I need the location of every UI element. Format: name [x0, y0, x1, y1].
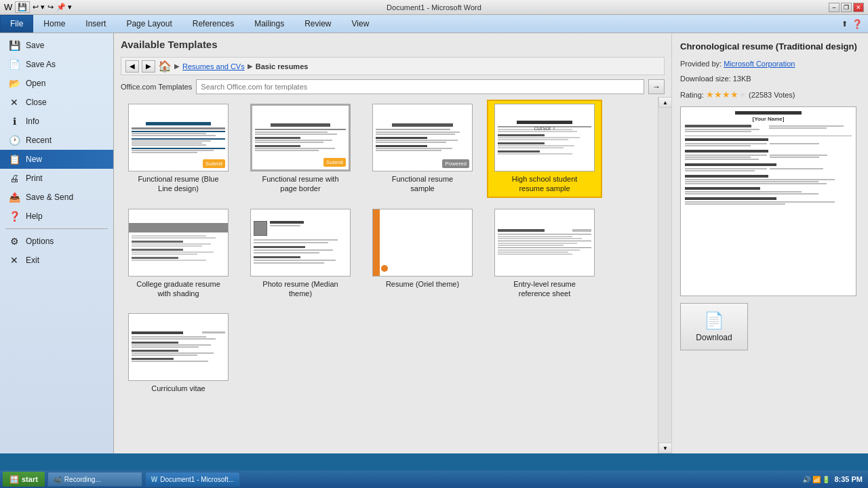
sidebar-item-print[interactable]: 🖨 Print: [0, 169, 113, 188]
tab-references[interactable]: References: [182, 15, 244, 33]
download-button[interactable]: 📄 Download: [680, 303, 748, 350]
template-label: Functional resumesample: [392, 174, 454, 194]
sidebar-item-new[interactable]: 📋 New: [0, 150, 113, 169]
tab-view[interactable]: View: [342, 15, 380, 33]
quick-undo[interactable]: ↩ ▾: [33, 3, 45, 12]
sidebar-exit-label: Exit: [26, 256, 39, 265]
sidebar-item-options[interactable]: ⚙ Options: [0, 232, 113, 251]
template-thumb: cursor ›: [494, 104, 595, 171]
systray-icons: 🔊 📶 🔋: [802, 476, 831, 483]
minimize-ribbon-icon[interactable]: ⬆: [842, 20, 848, 28]
preview-provider: Provided by: Microsoft Corporation: [680, 60, 860, 68]
taskbar-recording[interactable]: 📹 Recording...: [47, 472, 142, 487]
template-label: Functional resume (BlueLine design): [138, 174, 218, 194]
sidebar-item-info[interactable]: ℹ Info: [0, 112, 113, 131]
template-oriel[interactable]: Resume (Oriel theme): [365, 205, 480, 303]
template-cv[interactable]: Curriculum vitae: [121, 309, 236, 397]
title-bar: W 💾 ↩ ▾ ↪ 📌 ▾ Document1 - Microsoft Word…: [0, 0, 868, 15]
open-icon: 📂: [8, 78, 20, 89]
template-highschool[interactable]: cursor › High school studentresume sampl…: [487, 100, 602, 198]
word-taskbar-label: Document1 - Microsoft...: [160, 476, 234, 483]
sidebar-new-label: New: [26, 155, 42, 164]
half-star: ★: [738, 89, 747, 100]
scroll-down-button[interactable]: ▼: [658, 443, 671, 453]
taskbar-right: 🔊 📶 🔋 8:35 PM: [802, 475, 865, 483]
breadcrumb-resumes[interactable]: Resumes and CVs: [182, 62, 245, 70]
office-templates-label: Office.com Templates: [121, 83, 192, 91]
home-icon[interactable]: 🏠: [158, 60, 172, 73]
sidebar-item-open[interactable]: 📂 Open: [0, 74, 113, 93]
template-entry-level[interactable]: Entry-level resumereference sheet: [487, 205, 602, 303]
back-button[interactable]: ◀: [125, 60, 139, 73]
recent-icon: 🕐: [8, 135, 20, 146]
sidebar-item-recent[interactable]: 🕐 Recent: [0, 131, 113, 150]
sidebar-save-send-label: Save & Send: [26, 192, 73, 202]
templates-title: Available Templates: [121, 39, 665, 50]
sidebar-info-label: Info: [26, 117, 39, 126]
template-thumb: Submit: [250, 104, 351, 171]
minimize-button[interactable]: –: [829, 3, 840, 12]
template-thumb: [372, 209, 473, 277]
info-icon: ℹ: [8, 116, 20, 127]
template-thumb: Submit: [128, 104, 229, 171]
sidebar-item-close[interactable]: ✕ Close: [0, 93, 113, 112]
tab-mailings[interactable]: Mailings: [244, 15, 294, 33]
template-thumb: [250, 209, 351, 277]
tab-home[interactable]: Home: [33, 15, 75, 33]
forward-button[interactable]: ▶: [142, 60, 155, 73]
template-thumb: Powered: [372, 104, 473, 171]
template-functional-sample[interactable]: Powered Functional resumesample: [365, 100, 480, 198]
template-label: College graduate resumewith shading: [136, 279, 220, 299]
template-label: Curriculum vitae: [151, 384, 205, 393]
quick-pin[interactable]: 📌 ▾: [56, 3, 72, 12]
help-icon[interactable]: ❓: [852, 19, 863, 29]
tab-insert[interactable]: Insert: [75, 15, 116, 33]
word-taskbar-icon: W: [151, 476, 157, 483]
sidebar-help-label: Help: [26, 211, 43, 221]
sidebar-item-save-send[interactable]: 📤 Save & Send: [0, 188, 113, 207]
sidebar-item-save[interactable]: 💾 Save: [0, 36, 113, 55]
tab-file[interactable]: File: [0, 15, 33, 33]
taskbar: 🪟 start 📹 Recording... W Document1 - Mic…: [0, 470, 868, 488]
sidebar-item-save-as[interactable]: 📄 Save As: [0, 55, 113, 74]
rating-row: Rating: ★★★★★ (22583 Votes): [680, 89, 860, 100]
save-icon: 💾: [8, 40, 20, 51]
template-photo[interactable]: Photo resume (Mediantheme): [243, 205, 358, 303]
template-thumb: [128, 209, 229, 277]
template-label: Functional resume withpage border: [262, 174, 338, 194]
download-icon: 📄: [704, 311, 724, 330]
sidebar-recent-label: Recent: [26, 136, 52, 145]
template-thumb: [494, 209, 595, 277]
template-thumb: [128, 313, 229, 381]
preview-title: Chronological resume (Traditional design…: [680, 41, 860, 53]
scroll-up-button[interactable]: ▲: [658, 97, 671, 108]
taskbar-word[interactable]: W Document1 - Microsoft...: [145, 472, 240, 487]
ribbon-tabs: File Home Insert Page Layout References …: [0, 15, 868, 33]
search-input[interactable]: [196, 79, 644, 94]
restore-button[interactable]: ❐: [841, 3, 852, 12]
quick-redo[interactable]: ↪: [47, 3, 54, 12]
template-functional-blue[interactable]: Submit Functional resume (BlueLine desig…: [121, 100, 236, 198]
sidebar-item-exit[interactable]: ✕ Exit: [0, 251, 113, 270]
window-controls: – ❐ ✕: [829, 3, 864, 12]
tab-page-layout[interactable]: Page Layout: [116, 15, 182, 33]
word-icon: W: [4, 2, 12, 12]
download-label: Download: [696, 333, 732, 342]
recording-label: Recording...: [64, 476, 101, 483]
template-functional-border[interactable]: Submit Functional resume withpage border: [243, 100, 358, 198]
right-panel: Chronological resume (Traditional design…: [671, 33, 868, 453]
breadcrumb-basic[interactable]: Basic resumes: [256, 62, 309, 70]
provider-link[interactable]: Microsoft Corporation: [724, 60, 795, 68]
sidebar-save-label: Save: [26, 41, 44, 50]
sidebar-options-label: Options: [26, 237, 54, 246]
close-button[interactable]: ✕: [853, 3, 864, 12]
template-label: Entry-level resumereference sheet: [513, 279, 576, 299]
options-icon: ⚙: [8, 236, 20, 247]
search-button[interactable]: →: [648, 79, 665, 94]
tab-review[interactable]: Review: [294, 15, 341, 33]
sidebar-item-help[interactable]: ❓ Help: [0, 207, 113, 226]
templates-header: Available Templates: [114, 33, 671, 57]
start-button[interactable]: 🪟 start: [3, 472, 45, 487]
template-college[interactable]: College graduate resumewith shading: [121, 205, 236, 303]
quick-save[interactable]: 💾: [15, 1, 30, 13]
